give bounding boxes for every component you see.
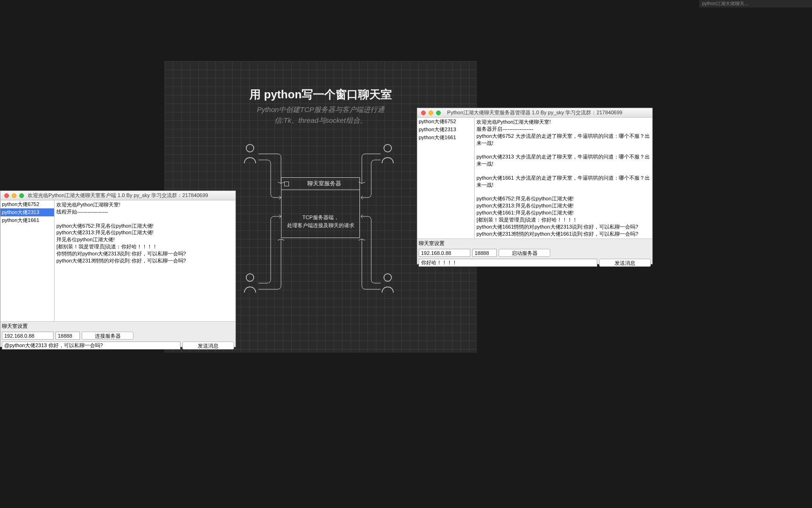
server-chat-log[interactable]: 欢迎光临Python江湖大佬聊天室! 服务器开启----------------… (475, 118, 652, 238)
server-box-body-line2: 处理客户端连接及聊天的请求 (287, 222, 354, 228)
window-control-icon (284, 182, 289, 186)
list-item[interactable]: python大佬2313 (0, 208, 54, 216)
server-window: Python江湖大佬聊天室服务器管理器 1.0 By py_sky 学习交流群：… (417, 108, 653, 264)
close-icon[interactable] (4, 193, 9, 198)
close-icon[interactable] (421, 111, 426, 115)
minimize-icon[interactable] (12, 193, 16, 198)
server-settings-label: 聊天室设置 (417, 238, 652, 248)
client-message-input[interactable] (2, 341, 180, 349)
server-box-body-line1: TCP服务器端， (303, 214, 339, 220)
svg-point-2 (246, 274, 254, 281)
top-tab-hint: python江湖大佬聊天… (699, 0, 812, 8)
minimize-icon[interactable] (429, 111, 433, 115)
list-item[interactable]: python大佬6752 (417, 118, 474, 126)
person-icon (381, 273, 395, 293)
diagram-subtitle-line1: Python中创建TCP服务器与客户端进行通 (257, 105, 385, 113)
zoom-icon[interactable] (436, 111, 441, 115)
person-icon (243, 273, 257, 293)
person-icon (381, 143, 395, 163)
server-box-title: 聊天室服务器 (292, 180, 357, 188)
client-send-button[interactable]: 发送消息 (182, 341, 234, 349)
list-item[interactable]: python大佬1661 (417, 134, 474, 142)
server-port-input[interactable] (472, 249, 497, 257)
server-ip-input[interactable] (419, 249, 470, 257)
person-icon (243, 143, 257, 163)
client-titlebar[interactable]: 欢迎光临Python江湖大佬聊天室客户端 1.0 By py_sky 学习交流群… (0, 191, 235, 200)
server-send-button[interactable]: 发送消息 (599, 259, 651, 267)
server-diagram-box: 聊天室服务器 TCP服务器端， 处理客户端连接及聊天的请求 (281, 177, 360, 238)
server-window-title: Python江湖大佬聊天室服务器管理器 1.0 By py_sky 学习交流群：… (417, 109, 652, 116)
zoom-icon[interactable] (19, 193, 24, 198)
svg-point-3 (384, 274, 391, 281)
client-port-input[interactable] (55, 332, 80, 340)
client-settings-label: 聊天室设置 (0, 321, 235, 331)
svg-point-1 (384, 144, 391, 152)
server-message-input[interactable] (419, 259, 597, 267)
client-chat-log[interactable]: 欢迎光临Python江湖聊天室! 线程开始------------------ … (55, 200, 235, 321)
start-server-button[interactable]: 启动服务器 (499, 249, 550, 257)
client-window: 欢迎光临Python江湖大佬聊天室客户端 1.0 By py_sky 学习交流群… (0, 190, 236, 347)
list-item[interactable]: python大佬1661 (0, 216, 54, 224)
svg-point-0 (246, 144, 254, 152)
diagram-subtitle-line2: 信:Tk、thread与socket组合。 (274, 116, 367, 124)
list-item[interactable]: python大佬6752 (0, 200, 54, 208)
client-window-title: 欢迎光临Python江湖大佬聊天室客户端 1.0 By py_sky 学习交流群… (0, 192, 235, 199)
server-user-list[interactable]: python大佬6752python大佬2313python大佬1661 (417, 118, 475, 238)
diagram-title: 用 python写一个窗口聊天室 (164, 87, 477, 102)
client-ip-input[interactable] (2, 332, 54, 340)
server-titlebar[interactable]: Python江湖大佬聊天室服务器管理器 1.0 By py_sky 学习交流群：… (417, 108, 652, 118)
client-user-list[interactable]: python大佬6752python大佬2313python大佬1661 (0, 200, 55, 321)
connect-server-button[interactable]: 连接服务器 (82, 332, 133, 340)
list-item[interactable]: python大佬2313 (417, 126, 474, 134)
